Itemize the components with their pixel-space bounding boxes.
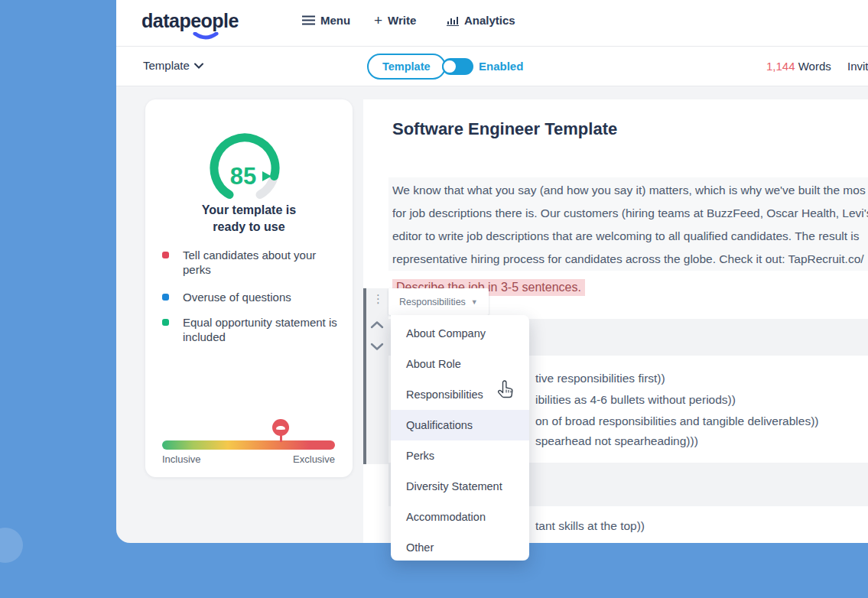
nav-menu-label: Menu <box>320 14 350 27</box>
enabled-toggle-label: Enabled <box>479 60 523 73</box>
scale-label-exclusive: Exclusive <box>162 453 335 465</box>
page-background: datapeople Menu + Write Analytics Templa… <box>0 0 868 598</box>
paragraph-line: representative hiring process for candid… <box>392 252 868 266</box>
enabled-toggle[interactable] <box>442 58 473 75</box>
score-flag-item[interactable]: Equal opportunity statement is included <box>162 315 340 344</box>
bar-chart-icon <box>447 15 459 26</box>
score-flag-item[interactable]: Overuse of questions <box>162 290 340 304</box>
bullet-fragment: spearhead not spearheading))) <box>535 434 698 448</box>
nav-analytics[interactable]: Analytics <box>447 14 515 27</box>
menu-item-accommodation[interactable]: Accommodation <box>391 502 529 532</box>
green-flag-dot-icon <box>162 319 169 326</box>
invite-button[interactable]: Invite <box>847 60 868 73</box>
flag-text: Equal opportunity statement is included <box>183 315 340 344</box>
template-mode-pill[interactable]: Template <box>367 54 446 80</box>
background-decoration-circle <box>0 528 23 563</box>
move-block-down-button[interactable] <box>370 342 384 351</box>
score-status-line1: Your template is <box>145 202 353 219</box>
template-mode-label: Template <box>382 60 431 73</box>
section-type-dropdown-button[interactable]: Responsibilities ▼ <box>388 288 489 315</box>
word-count: 1,144 Words <box>766 60 831 73</box>
inclusive-exclusive-scale <box>162 440 335 450</box>
doc-type-label: Template <box>143 59 190 72</box>
paragraph-line: editor to write job descriptions that ar… <box>392 229 868 243</box>
move-block-up-button[interactable] <box>370 320 384 330</box>
section-type-selected-label: Responsibilities <box>399 297 466 307</box>
bullet-fragment: tive responsibilities first)) <box>535 372 665 385</box>
bullet-fragment: on of broad responsibilities and tangibl… <box>535 414 819 428</box>
marker-stem <box>280 434 282 442</box>
menu-item-qualifications[interactable]: Qualifications <box>391 410 529 440</box>
score-status: Your template is ready to use <box>145 202 353 236</box>
score-status-line2: ready to use <box>145 219 353 236</box>
bullet-fragment: tant skills at the top)) <box>535 519 645 533</box>
nav-write[interactable]: + Write <box>374 14 416 27</box>
plus-icon: + <box>374 15 382 26</box>
paragraph-line: We know that what you say (and how you s… <box>392 184 868 197</box>
toggle-knob <box>442 59 457 74</box>
nav-analytics-label: Analytics <box>464 14 515 27</box>
word-count-value: 1,144 <box>766 60 795 73</box>
hand-cursor-icon <box>496 379 515 401</box>
scale-marker-icon <box>272 419 289 436</box>
document-title[interactable]: Software Engineer Template <box>392 119 617 139</box>
word-count-label: Words <box>798 60 831 73</box>
section-type-menu: About Company About Role Responsibilitie… <box>391 315 529 561</box>
red-flag-dot-icon <box>162 252 169 258</box>
hamburger-icon <box>302 15 315 25</box>
nav-write-label: Write <box>388 14 416 27</box>
menu-item-other[interactable]: Other <box>391 532 529 563</box>
menu-item-about-company[interactable]: About Company <box>391 318 529 349</box>
menu-item-perks[interactable]: Perks <box>391 440 529 471</box>
menu-item-diversity-statement[interactable]: Diversity Statement <box>391 471 529 502</box>
score-value: 85 <box>230 163 256 190</box>
logo-smile-icon <box>193 32 219 40</box>
menu-item-about-role[interactable]: About Role <box>391 349 529 379</box>
marker-mouth-icon <box>276 426 285 430</box>
blue-flag-dot-icon <box>162 294 169 301</box>
flag-text: Overuse of questions <box>183 290 291 304</box>
chevron-down-icon <box>194 63 203 69</box>
top-nav-bar: datapeople Menu + Write Analytics <box>116 0 868 47</box>
bullet-fragment: ibilities as 4-6 bullets without periods… <box>535 393 736 407</box>
score-flag-item[interactable]: Tell candidates about your perks <box>162 248 340 277</box>
block-toolbar: ⋮ <box>366 288 388 464</box>
caret-down-icon: ▼ <box>471 298 478 306</box>
flag-text: Tell candidates about your perks <box>183 248 340 277</box>
drag-handle-icon[interactable]: ⋮ <box>372 293 384 305</box>
score-gauge: 85 <box>203 130 287 210</box>
document-toolbar: Template Template Enabled 1,144 Words In… <box>116 47 868 86</box>
paragraph-line: for job descriptions there is. Our custo… <box>392 206 868 220</box>
doc-type-dropdown[interactable]: Template <box>143 59 203 72</box>
datapeople-logo[interactable]: datapeople <box>141 10 239 32</box>
nav-menu[interactable]: Menu <box>302 14 350 27</box>
